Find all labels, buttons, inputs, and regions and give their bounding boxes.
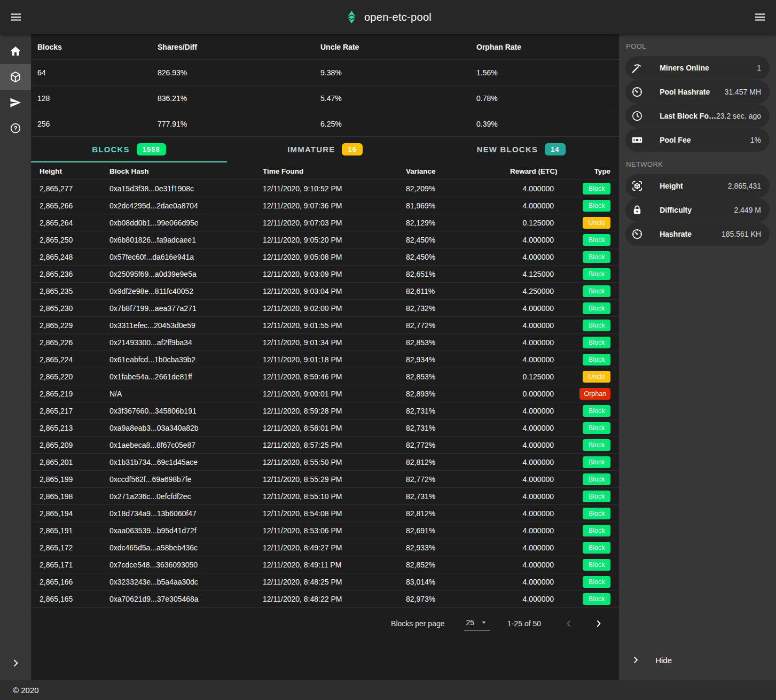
chevron-left-icon xyxy=(563,618,574,629)
hamburger-menu-left-icon[interactable] xyxy=(10,11,22,24)
block-hash: 0xccdf562f...69a698b7fe xyxy=(109,475,263,484)
stats-column-header: Uncle Rate xyxy=(320,43,476,51)
block-hash: 0x18d734a9...13b6060f47 xyxy=(109,509,263,518)
hide-label: Hide xyxy=(655,656,672,665)
block-time: 12/11/2020, 9:07:03 PM xyxy=(263,219,406,227)
hamburger-menu-right-icon[interactable] xyxy=(754,11,766,24)
etc-logo-icon xyxy=(344,10,358,24)
block-type-cell: Block xyxy=(557,593,610,605)
block-type-cell: Block xyxy=(557,559,610,571)
cube-icon xyxy=(9,71,22,83)
stats-table-header: BlocksShares/DiffUncle RateOrphan Rate xyxy=(31,34,619,60)
block-time: 12/11/2020, 8:55:29 PM xyxy=(263,475,406,484)
stat-label: Difficulty xyxy=(660,206,692,214)
tab-blocks[interactable]: BLOCKS1558 xyxy=(31,137,227,162)
block-hash: 0x21493300...af2ff9ba34 xyxy=(109,338,263,347)
block-row: 2,865,2090x1aebeca8...8f67c05e8712/11/20… xyxy=(31,437,619,454)
block-row: 2,865,2200x1fabe54a...2661de81ff12/11/20… xyxy=(31,368,619,385)
stats-value: 836.21% xyxy=(158,94,320,103)
tab-count-badge: 1558 xyxy=(137,143,166,155)
block-reward: 4.125000 xyxy=(510,270,557,278)
network-stats: Height2,865,431Difficulty2.449 MHashrate… xyxy=(619,174,776,246)
block-time: 12/11/2020, 9:03:09 PM xyxy=(263,270,406,278)
block-row: 2,865,2290x3311efec...20453d0e5912/11/20… xyxy=(31,317,619,334)
block-variance: 82,129% xyxy=(406,219,510,227)
block-time: 12/11/2020, 8:59:28 PM xyxy=(263,407,406,415)
stat-label: Last Block Fo… xyxy=(660,112,716,120)
type-badge: Block xyxy=(583,542,610,554)
block-type-cell: Block xyxy=(557,268,610,280)
app-bar: open-etc-pool xyxy=(0,0,776,34)
blocks-column-header: Block Hash xyxy=(109,167,263,175)
block-height: 2,865,230 xyxy=(40,304,109,313)
stat-pill-network-difficulty: Difficulty2.449 M xyxy=(625,198,770,222)
type-badge: Block xyxy=(583,234,610,246)
block-hash: 0x61eabfcd...1b0cba39b2 xyxy=(109,355,263,364)
block-hash: 0x7cdce548...3636093050 xyxy=(109,561,263,569)
block-row: 2,865,1720xdc465d5a...a58beb436c12/11/20… xyxy=(31,539,619,556)
tab-label: IMMATURE xyxy=(287,145,335,154)
block-row: 2,865,1660x3233243e...b5a4aa30dc12/11/20… xyxy=(31,573,619,590)
type-badge: Block xyxy=(583,200,610,212)
block-time: 12/11/2020, 8:57:25 PM xyxy=(263,441,406,449)
per-page-select[interactable]: 25 xyxy=(464,617,491,631)
block-height: 2,865,220 xyxy=(40,372,109,381)
block-variance: 82,772% xyxy=(406,441,510,449)
stats-value: 826.93% xyxy=(158,68,320,77)
block-variance: 82,732% xyxy=(406,304,510,313)
block-height: 2,865,213 xyxy=(40,424,109,432)
block-reward: 4.000000 xyxy=(510,509,557,518)
block-time: 12/11/2020, 8:55:50 PM xyxy=(263,458,406,466)
type-badge: Block xyxy=(583,302,610,314)
type-badge: Block xyxy=(583,473,610,485)
block-variance: 82,450% xyxy=(406,253,510,261)
block-hash: 0x271a236c...0efcfdf2ec xyxy=(109,492,263,501)
previous-page-button[interactable] xyxy=(562,617,575,630)
block-row: 2,865,2660x2dc4295d...2dae0a870412/11/20… xyxy=(31,197,619,214)
footer: © 2020 xyxy=(0,680,776,700)
stat-value: 185.561 KH xyxy=(722,230,761,238)
block-row: 2,865,2480x57fec60f...da616e941a12/11/20… xyxy=(31,248,619,266)
block-row: 2,865,2010x1b31b734...69c1d45ace12/11/20… xyxy=(31,454,619,471)
block-hash: 0xa15d3f38...0e31f1908c xyxy=(109,184,263,193)
stats-row: 64826.93%9.38%1.56% xyxy=(31,60,619,85)
block-height: 2,865,201 xyxy=(40,458,109,466)
stat-pill-pool-fee: Pool Fee1% xyxy=(625,128,770,152)
hide-sidebar-button[interactable]: Hide xyxy=(619,647,776,673)
block-type-cell: Block xyxy=(557,320,610,331)
stat-value: 23.2 sec. ago xyxy=(716,112,761,120)
nav-item-blocks[interactable] xyxy=(0,64,31,90)
block-type-cell: Block xyxy=(557,405,610,417)
type-badge: Block xyxy=(583,251,610,263)
block-type-cell: Block xyxy=(557,473,610,485)
block-hash: 0x3311efec...20453d0e59 xyxy=(109,321,263,330)
nav-item-home[interactable] xyxy=(0,38,31,64)
nav-item-payments[interactable] xyxy=(0,90,31,115)
tab-immature[interactable]: IMMATURE16 xyxy=(227,137,423,162)
block-row: 2,865,2300x7b8f7199...aea377a27112/11/20… xyxy=(31,300,619,317)
block-reward: 4.000000 xyxy=(510,458,557,466)
tab-new-blocks[interactable]: NEW BLOCKS14 xyxy=(423,137,619,162)
blocks-column-header: Reward (ETC) xyxy=(510,167,557,175)
stat-pill-network-hashrate: Hashrate185.561 KH xyxy=(625,222,770,246)
block-type-cell: Block xyxy=(557,576,610,588)
tab-label: BLOCKS xyxy=(92,145,130,154)
expand-rail-button[interactable] xyxy=(0,650,31,676)
block-height: 2,865,209 xyxy=(40,441,109,449)
blocks-table-body: 2,865,2770xa15d3f38...0e31f1908c12/11/20… xyxy=(31,180,619,608)
block-height: 2,865,198 xyxy=(40,492,109,501)
block-height: 2,865,229 xyxy=(40,321,109,330)
next-page-button[interactable] xyxy=(592,617,605,630)
brand: open-etc-pool xyxy=(344,0,432,34)
stat-pill-miners-online: Miners Online1 xyxy=(625,56,770,80)
block-hash: 0x1aebeca8...8f67c05e87 xyxy=(109,441,263,449)
type-badge: Block xyxy=(583,525,610,536)
stats-value: 64 xyxy=(37,68,158,77)
stats-value: 256 xyxy=(37,120,158,128)
send-icon xyxy=(9,96,22,109)
type-badge: Block xyxy=(583,320,610,331)
rail-spacer xyxy=(0,141,31,650)
type-badge: Uncle xyxy=(583,371,610,383)
stat-label: Hashrate xyxy=(660,230,692,238)
nav-item-help[interactable]: ? xyxy=(0,115,31,141)
